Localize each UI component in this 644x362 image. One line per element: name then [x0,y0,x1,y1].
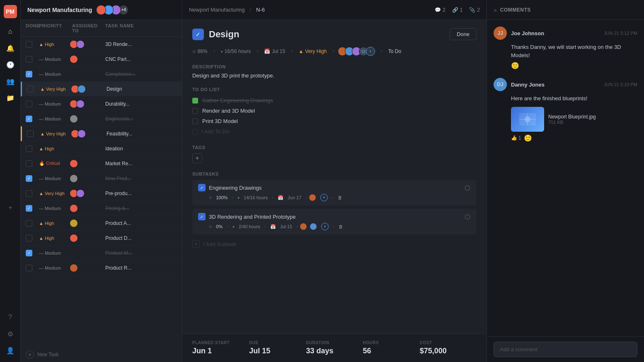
priority-badge: — Medium [39,251,72,256]
subtask-delete[interactable]: 🗑 [338,195,342,200]
table-row[interactable]: ▲ High Product D... [21,231,182,246]
stat-label: DURATION [306,340,363,345]
subtask-progress: 100% [216,195,228,200]
task-assignees [73,130,107,138]
task-assignees [72,204,105,212]
done-button[interactable]: Done [450,28,477,40]
emoji-reaction-button[interactable]: 🙂 [524,134,532,142]
sidebar-icon-settings[interactable]: ⚙ [4,327,17,340]
subtask-external-link[interactable]: ⬡ [464,213,471,220]
subtask-delete[interactable]: 🗑 [339,224,343,229]
subtask-title-row: ✓ 3D Rendering and Printed Prototype ⬡ [198,213,471,220]
add-subtask-assignee[interactable]: + [321,223,329,230]
sidebar-icon-user-profile[interactable]: 👤 [4,344,17,357]
sidebar-icon-users[interactable]: 👥 [4,75,17,88]
task-checkbox[interactable] [26,56,32,63]
table-row[interactable]: 🔥 Critical Market Re... [21,156,182,171]
meta-row: ○ 86% • ● 16/56 hours • 📅 Jul 15 • ▲ Ver… [192,47,477,56]
task-checkbox[interactable] [26,220,32,227]
table-row[interactable]: — Medium CNC Part... [21,52,182,67]
todo-checkbox[interactable] [192,118,198,124]
stat-cost: COST $75,000 [420,340,477,355]
sidebar-icon-clock[interactable]: 🕐 [4,58,17,71]
todo-item[interactable]: Render and 3D Model [192,106,477,116]
subtasks-label: SUBTASKS [192,171,477,176]
table-row[interactable]: — Medium Product R... [21,261,182,275]
table-row[interactable]: ✓ — Medium Pricing &... [21,201,182,216]
col-assigned: ASSIGNED TO [72,23,105,33]
todo-item[interactable]: Print 3D Model [192,116,477,126]
task-checkbox[interactable] [27,130,34,137]
table-row[interactable]: — Medium Durability... [21,97,182,111]
table-row[interactable]: ▲ High 3D Rende... [21,37,182,52]
task-checkbox[interactable] [26,265,32,271]
sidebar-icon-notifications[interactable]: 🔔 [4,41,17,55]
stat-value: $75,000 [420,347,477,355]
app-logo[interactable]: PM [4,5,17,18]
table-row[interactable]: ✓ — Medium Engineerin... [21,111,182,126]
add-subtask-assignee[interactable]: + [320,194,328,201]
task-name: Product M... [105,250,177,256]
task-checkbox[interactable]: ✓ [26,250,32,256]
priority-badge: — Medium [39,176,72,181]
stat-value: 33 days [306,347,363,355]
table-row[interactable]: ▲ Very High Feasibility... [21,126,182,141]
collapse-button[interactable]: » [494,7,497,13]
task-assignees [72,40,105,48]
task-checkbox[interactable] [26,235,32,241]
task-checkbox[interactable] [26,145,32,152]
comment-input[interactable] [494,342,637,357]
col-taskname: TASK NAME [105,23,177,33]
stat-duration: DURATION 33 days [306,340,363,355]
task-checkbox[interactable] [26,190,32,197]
subtask-item[interactable]: ✓ Engineering Drawings ⬡ ○ 100% • ● 14/1… [192,180,477,205]
table-row[interactable]: ✓ — Medium Product M... [21,246,182,261]
task-checkbox[interactable]: ✓ [26,71,32,77]
add-tag-button[interactable]: + [192,153,202,163]
stat-value: Jul 15 [249,347,306,355]
reaction-thumbsup[interactable]: 👍 1 [511,135,521,141]
sidebar-icon-help[interactable]: ? [4,311,17,324]
task-checkbox[interactable]: ✓ [26,205,32,212]
subtask-due: Jun 17 [288,195,301,200]
sidebar-icon-home[interactable]: ⌂ [4,25,17,38]
svg-point-3 [525,117,530,122]
task-name: Ideation [105,146,177,152]
task-checkbox[interactable]: ✓ [26,175,32,182]
emoji-reaction-button[interactable]: 🙂 [511,62,519,69]
add-todo-button[interactable]: / Add To Do [192,126,477,137]
subtask-item[interactable]: ✓ 3D Rendering and Printed Prototype ⬡ ○… [192,209,477,234]
task-checkbox[interactable] [27,86,34,92]
task-checkbox[interactable] [26,101,32,107]
avatar [70,234,78,242]
add-subtask-button[interactable]: + / Add Subtask [192,238,477,250]
task-checkbox[interactable]: ✓ [26,116,32,122]
column-headers: DONE PRIORITY ASSIGNED TO TASK NAME [21,20,182,37]
comment-avatar: JJ [494,27,507,40]
task-name: Product R... [105,265,177,271]
progress-value: 86% [197,48,207,54]
comments-list: JJ Joe Johnson JUN 21 5:12 PM Thanks Dan… [487,20,644,336]
table-row[interactable]: ▲ Very High Design [21,82,182,97]
todo-item[interactable]: Gather Engineering Drawings [192,95,477,106]
subtask-external-link[interactable]: ⬡ [464,184,471,191]
add-assignee[interactable]: + [366,47,375,56]
comment-input-area [487,336,644,362]
add-todo-icon [192,129,198,135]
subtask-assignee [300,223,307,230]
task-assignees [72,159,105,168]
new-task-button[interactable]: + New Task [21,347,182,362]
comment-item: JJ Joe Johnson JUN 21 5:12 PM Thanks Dan… [494,27,637,70]
task-checkbox[interactable] [26,160,32,167]
table-row[interactable]: ▲ High Product A... [21,216,182,231]
sidebar-icon-folder[interactable]: 📁 [4,91,17,104]
table-row[interactable]: ✓ — Medium Compliance... [21,67,182,82]
table-row[interactable]: ✓ — Medium New Prod... [21,171,182,186]
table-row[interactable]: ▲ Very High Pre-produ... [21,186,182,201]
attachment-size: 711 KB [548,120,596,125]
todo-checkbox[interactable] [192,108,198,114]
task-assignees [72,55,105,63]
sidebar-icon-add[interactable]: ＋ [4,201,17,214]
table-row[interactable]: ▲ High Ideation [21,141,182,156]
task-checkbox[interactable] [26,41,32,48]
